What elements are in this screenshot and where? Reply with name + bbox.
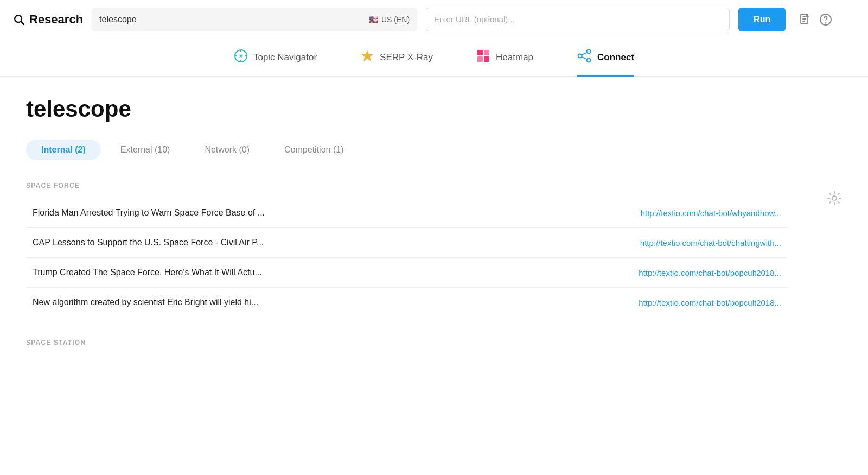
locale-flag: 🇺🇸	[369, 15, 378, 24]
connect-icon	[577, 49, 592, 66]
help-icon-button[interactable]	[819, 13, 832, 26]
brand: Research	[13, 12, 83, 27]
result-title: Florida Man Arrested Trying to Warn Spac…	[33, 208, 265, 218]
svg-point-19	[578, 54, 582, 58]
nav-tabs: Topic Navigator SERP X-Ray Heatmap	[0, 39, 868, 77]
svg-point-10	[240, 55, 242, 57]
tab-connect-label: Connect	[597, 52, 634, 63]
svg-rect-18	[484, 56, 489, 62]
brand-label: Research	[29, 12, 83, 27]
header-icons	[799, 13, 832, 26]
url-input[interactable]	[426, 8, 730, 31]
svg-line-22	[582, 53, 587, 55]
table-row: New algorithm created by scientist Eric …	[26, 288, 788, 317]
svg-rect-16	[484, 50, 489, 55]
help-icon	[819, 13, 832, 26]
result-title: Trump Created The Space Force. Here's Wh…	[33, 268, 262, 277]
result-url[interactable]: http://textio.com/chat-bot/whyandhow...	[641, 208, 781, 218]
search-icon	[13, 14, 25, 26]
tab-heatmap-label: Heatmap	[496, 52, 533, 63]
page-title: telescope	[26, 96, 788, 122]
svg-rect-15	[477, 50, 483, 55]
result-title: New algorithm created by scientist Eric …	[33, 297, 258, 307]
document-icon-button[interactable]	[799, 13, 812, 26]
main-content: telescope Internal (2) External (10) Net…	[0, 77, 814, 381]
svg-point-20	[587, 50, 591, 54]
table-row: Trump Created The Space Force. Here's Wh…	[26, 258, 788, 288]
tab-topic-navigator[interactable]: Topic Navigator	[234, 39, 317, 76]
result-url[interactable]: http://textio.com/chat-bot/chattingwith.…	[640, 238, 781, 248]
result-title: CAP Lessons to Support the U.S. Space Fo…	[33, 238, 264, 248]
search-input[interactable]	[99, 15, 365, 24]
tab-topic-navigator-label: Topic Navigator	[253, 52, 317, 63]
tab-heatmap[interactable]: Heatmap	[476, 39, 533, 76]
svg-line-23	[582, 57, 587, 60]
run-button[interactable]: Run	[738, 8, 786, 31]
sub-tab-internal[interactable]: Internal (2)	[26, 140, 101, 160]
section-label-space-station: SPACE STATION	[26, 339, 788, 346]
svg-point-21	[587, 59, 591, 62]
tab-serp-xray-label: SERP X-Ray	[380, 52, 433, 63]
document-icon	[799, 13, 812, 26]
table-row: CAP Lessons to Support the U.S. Space Fo…	[26, 228, 788, 258]
svg-rect-17	[477, 56, 483, 62]
svg-line-1	[21, 21, 24, 24]
locale-label: US (EN)	[381, 15, 410, 24]
svg-point-24	[832, 196, 837, 200]
sub-tabs: Internal (2) External (10) Network (0) C…	[26, 140, 788, 160]
result-list-space-force: Florida Man Arrested Trying to Warn Spac…	[26, 198, 788, 317]
search-bar: 🇺🇸 US (EN)	[92, 8, 417, 31]
topic-navigator-icon	[234, 49, 248, 66]
sub-tab-competition[interactable]: Competition (1)	[269, 140, 359, 160]
url-input-wrap	[426, 8, 730, 31]
locale-badge: 🇺🇸 US (EN)	[369, 15, 410, 24]
tab-serp-xray[interactable]: SERP X-Ray	[360, 39, 433, 76]
serp-xray-icon	[360, 49, 374, 66]
result-url[interactable]: http://textio.com/chat-bot/popcult2018..…	[639, 298, 781, 307]
tab-connect[interactable]: Connect	[577, 39, 634, 76]
gear-icon	[827, 191, 842, 206]
settings-button[interactable]	[827, 191, 842, 210]
header: Research 🇺🇸 US (EN) Run	[0, 0, 868, 39]
svg-point-7	[826, 22, 826, 23]
main-wrapper: telescope Internal (2) External (10) Net…	[0, 77, 868, 381]
sub-tab-external[interactable]: External (10)	[105, 140, 186, 160]
table-row: Florida Man Arrested Trying to Warn Spac…	[26, 198, 788, 228]
section-label-space-force: SPACE FORCE	[26, 182, 788, 189]
heatmap-icon	[476, 49, 490, 66]
result-url[interactable]: http://textio.com/chat-bot/popcult2018..…	[639, 268, 781, 277]
sub-tab-network[interactable]: Network (0)	[189, 140, 265, 160]
